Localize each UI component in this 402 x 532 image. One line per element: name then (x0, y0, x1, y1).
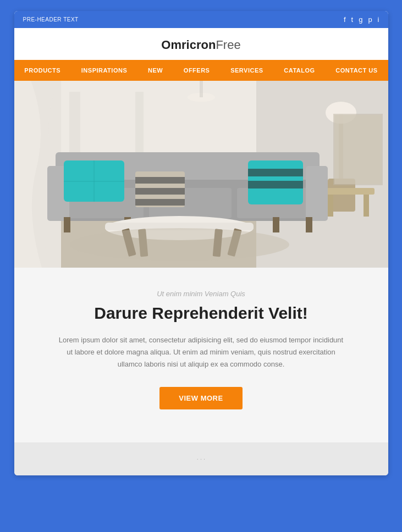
nav-item-contact[interactable]: CONTACT US (330, 60, 383, 81)
logo: OmricronFree (25, 38, 377, 52)
svg-rect-38 (248, 181, 303, 189)
social-icons-group: f t g p i (344, 15, 379, 24)
svg-rect-27 (273, 217, 279, 232)
svg-rect-14 (364, 195, 369, 217)
logo-area: OmricronFree (14, 28, 388, 60)
instagram-icon[interactable]: i (378, 15, 379, 24)
nav-item-products[interactable]: PRODUCTS (19, 60, 66, 81)
svg-rect-34 (135, 188, 185, 195)
svg-rect-23 (306, 166, 328, 221)
svg-rect-24 (64, 217, 70, 232)
content-title: Darure Reprehenderit Velit! (47, 303, 355, 323)
nav-item-catalog[interactable]: CATALOG (278, 60, 320, 81)
hero-image (14, 81, 388, 268)
svg-rect-28 (306, 217, 312, 232)
svg-rect-35 (135, 199, 185, 206)
svg-point-45 (69, 228, 289, 261)
nav-item-new[interactable]: NEW (142, 60, 168, 81)
nav-item-services[interactable]: SERVICES (225, 60, 268, 81)
svg-rect-16 (334, 115, 382, 184)
email-container: PRE-HEADER TEXT f t g p i OmricronFree P… (14, 11, 388, 475)
content-section: Ut enim minim Veniam Quis Darure Reprehe… (14, 268, 388, 442)
svg-rect-13 (328, 195, 333, 217)
svg-rect-12 (325, 188, 375, 195)
logo-bold: Omricron (161, 38, 216, 52)
bottom-placeholder-text: · · · (197, 456, 205, 462)
pinterest-icon[interactable]: p (368, 15, 372, 24)
content-subtitle: Ut enim minim Veniam Quis (47, 290, 355, 298)
twitter-icon[interactable]: t (351, 15, 354, 24)
nav-item-inspirations[interactable]: INSPIRATIONS (76, 60, 133, 81)
pre-header-bar: PRE-HEADER TEXT f t g p i (14, 11, 388, 28)
bottom-section: · · · (14, 442, 388, 475)
svg-rect-33 (135, 177, 185, 184)
svg-rect-8 (200, 81, 203, 97)
pre-header-text: PRE-HEADER TEXT (23, 16, 79, 23)
content-body: Lorem ipsum dolor sit amet, consectetur … (58, 334, 344, 370)
google-plus-icon[interactable]: g (359, 15, 362, 24)
navigation-bar: PRODUCTS INSPIRATIONS NEW OFFERS SERVICE… (14, 60, 388, 81)
facebook-icon[interactable]: f (344, 15, 346, 24)
svg-rect-37 (248, 169, 303, 176)
logo-thin: Free (216, 38, 240, 52)
view-more-button[interactable]: View More (159, 387, 242, 409)
nav-item-offers[interactable]: OFFERS (178, 60, 216, 81)
